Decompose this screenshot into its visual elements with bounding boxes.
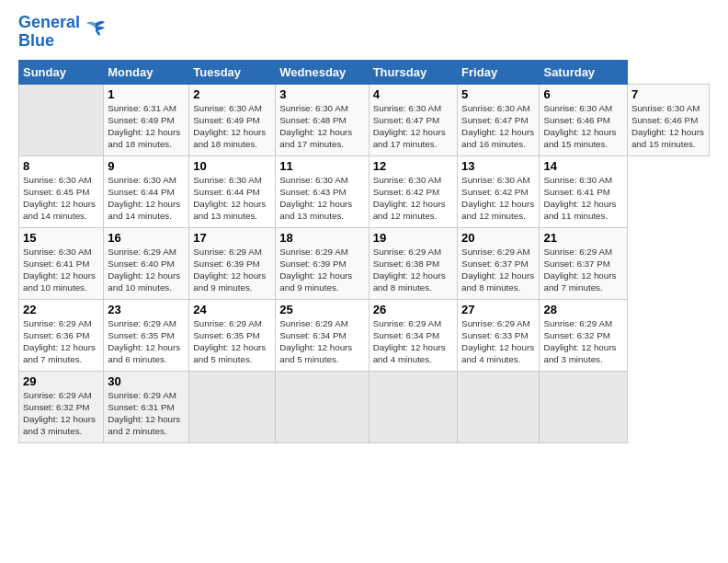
calendar-week-4: 22Sunrise: 6:29 AMSunset: 6:36 PMDayligh… — [19, 299, 710, 371]
page-container: GeneralBlue SundayMondayTuesdayWednesday… — [0, 0, 728, 453]
empty-cell — [19, 84, 104, 155]
empty-cell — [458, 371, 540, 442]
day-cell-29: 29Sunrise: 6:29 AMSunset: 6:32 PMDayligh… — [19, 371, 104, 442]
day-cell-23: 23Sunrise: 6:29 AMSunset: 6:35 PMDayligh… — [104, 299, 189, 371]
col-header-friday: Friday — [458, 60, 540, 84]
logo: GeneralBlue — [18, 14, 108, 51]
day-cell-20: 20Sunrise: 6:29 AMSunset: 6:37 PMDayligh… — [458, 227, 540, 299]
logo-text: GeneralBlue — [18, 14, 80, 51]
day-cell-25: 25Sunrise: 6:29 AMSunset: 6:34 PMDayligh… — [276, 299, 369, 371]
day-cell-27: 27Sunrise: 6:29 AMSunset: 6:33 PMDayligh… — [458, 299, 540, 371]
day-cell-1: 1Sunrise: 6:31 AMSunset: 6:49 PMDaylight… — [104, 84, 189, 155]
day-cell-11: 11Sunrise: 6:30 AMSunset: 6:43 PMDayligh… — [276, 155, 369, 227]
col-header-thursday: Thursday — [369, 60, 457, 84]
col-header-saturday: Saturday — [540, 60, 627, 84]
day-cell-5: 5Sunrise: 6:30 AMSunset: 6:47 PMDaylight… — [458, 84, 540, 155]
day-cell-28: 28Sunrise: 6:29 AMSunset: 6:32 PMDayligh… — [540, 299, 627, 371]
day-cell-10: 10Sunrise: 6:30 AMSunset: 6:44 PMDayligh… — [189, 155, 276, 227]
day-cell-15: 15Sunrise: 6:30 AMSunset: 6:41 PMDayligh… — [19, 227, 104, 299]
day-cell-18: 18Sunrise: 6:29 AMSunset: 6:39 PMDayligh… — [276, 227, 369, 299]
day-cell-2: 2Sunrise: 6:30 AMSunset: 6:49 PMDaylight… — [189, 84, 276, 155]
col-header-monday: Monday — [104, 60, 189, 84]
day-cell-22: 22Sunrise: 6:29 AMSunset: 6:36 PMDayligh… — [19, 299, 104, 371]
day-cell-16: 16Sunrise: 6:29 AMSunset: 6:40 PMDayligh… — [104, 227, 189, 299]
day-cell-12: 12Sunrise: 6:30 AMSunset: 6:42 PMDayligh… — [369, 155, 457, 227]
calendar-table: SundayMondayTuesdayWednesdayThursdayFrid… — [18, 60, 710, 443]
empty-cell — [189, 371, 276, 442]
calendar-week-3: 15Sunrise: 6:30 AMSunset: 6:41 PMDayligh… — [19, 227, 710, 299]
day-cell-8: 8Sunrise: 6:30 AMSunset: 6:45 PMDaylight… — [19, 155, 104, 227]
day-cell-7: 7Sunrise: 6:30 AMSunset: 6:46 PMDaylight… — [627, 84, 709, 155]
day-cell-4: 4Sunrise: 6:30 AMSunset: 6:47 PMDaylight… — [369, 84, 457, 155]
day-cell-9: 9Sunrise: 6:30 AMSunset: 6:44 PMDaylight… — [104, 155, 189, 227]
col-header-sunday: Sunday — [19, 60, 104, 84]
calendar-week-2: 8Sunrise: 6:30 AMSunset: 6:45 PMDaylight… — [19, 155, 710, 227]
col-header-wednesday: Wednesday — [276, 60, 369, 84]
empty-cell — [540, 371, 627, 442]
day-cell-30: 30Sunrise: 6:29 AMSunset: 6:31 PMDayligh… — [104, 371, 189, 442]
day-cell-24: 24Sunrise: 6:29 AMSunset: 6:35 PMDayligh… — [189, 299, 276, 371]
day-cell-21: 21Sunrise: 6:29 AMSunset: 6:37 PMDayligh… — [540, 227, 627, 299]
day-cell-3: 3Sunrise: 6:30 AMSunset: 6:48 PMDaylight… — [276, 84, 369, 155]
day-cell-26: 26Sunrise: 6:29 AMSunset: 6:34 PMDayligh… — [369, 299, 457, 371]
day-cell-13: 13Sunrise: 6:30 AMSunset: 6:42 PMDayligh… — [458, 155, 540, 227]
logo-bird-icon — [83, 17, 108, 47]
calendar-week-5: 29Sunrise: 6:29 AMSunset: 6:32 PMDayligh… — [19, 371, 710, 442]
day-cell-6: 6Sunrise: 6:30 AMSunset: 6:46 PMDaylight… — [540, 84, 627, 155]
day-cell-17: 17Sunrise: 6:29 AMSunset: 6:39 PMDayligh… — [189, 227, 276, 299]
col-header-tuesday: Tuesday — [189, 60, 276, 84]
day-cell-14: 14Sunrise: 6:30 AMSunset: 6:41 PMDayligh… — [540, 155, 627, 227]
header: GeneralBlue — [18, 14, 710, 51]
calendar-week-1: 1Sunrise: 6:31 AMSunset: 6:49 PMDaylight… — [19, 84, 710, 155]
day-cell-19: 19Sunrise: 6:29 AMSunset: 6:38 PMDayligh… — [369, 227, 457, 299]
empty-cell — [369, 371, 457, 442]
empty-cell — [276, 371, 369, 442]
